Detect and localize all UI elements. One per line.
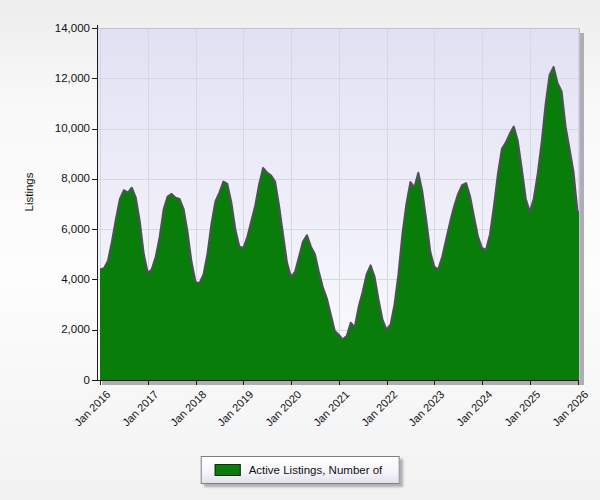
chart-canvas: Listings 02,0004,0006,0008,00010,00012,0… [0, 0, 600, 500]
y-tick-label: 14,000 [38, 22, 90, 35]
y-tick-label: 10,000 [38, 122, 90, 135]
y-tick-label: 12,000 [38, 72, 90, 85]
y-tick-label: 4,000 [38, 273, 90, 286]
y-axis-title: Listings [23, 173, 35, 212]
legend-swatch [215, 464, 241, 476]
y-tick-label: 0 [38, 374, 90, 387]
legend-label: Active Listings, Number of [249, 464, 383, 476]
y-tick-label: 8,000 [38, 172, 90, 185]
y-tick-label: 6,000 [38, 223, 90, 236]
y-tick-label: 2,000 [38, 323, 90, 336]
legend: Active Listings, Number of [201, 456, 400, 484]
